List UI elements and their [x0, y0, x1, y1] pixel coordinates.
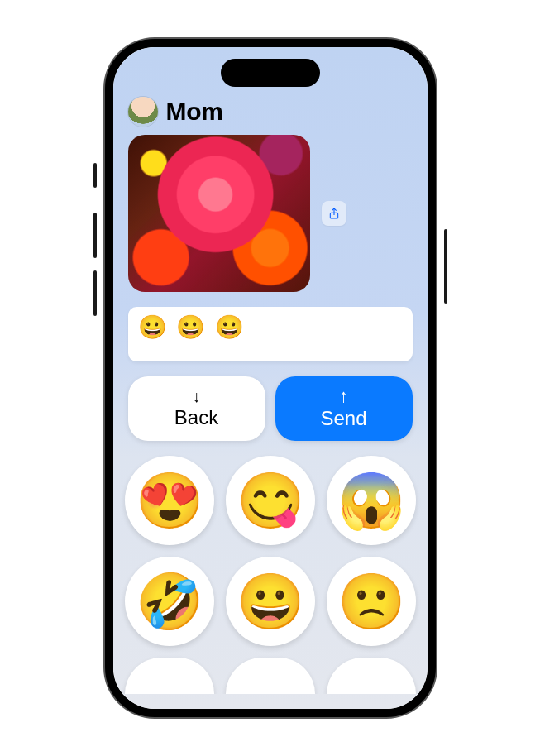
phone-mute-switch: [93, 163, 97, 188]
received-photo-message[interactable]: [128, 135, 310, 292]
back-button[interactable]: ↓ Back: [128, 376, 265, 441]
down-arrow-icon: ↓: [193, 388, 201, 404]
contact-avatar[interactable]: [128, 97, 158, 127]
contact-name: Mom: [166, 98, 223, 126]
emoji-key-partial-3[interactable]: [327, 658, 416, 694]
emoji-keyboard: 😍 😋 😱 🤣 😀 🙁: [113, 452, 428, 694]
send-button[interactable]: ↑ Send: [275, 376, 413, 441]
message-input-area: 😀 😀 😀: [113, 292, 428, 373]
phone-power-button: [444, 229, 447, 304]
emoji-key-partial-1[interactable]: [125, 658, 214, 694]
emoji-key-rofl[interactable]: 🤣: [125, 557, 214, 646]
phone-frame: Mom 😀 😀 😀: [105, 39, 436, 717]
action-row: ↓ Back ↑ Send: [113, 373, 428, 452]
up-arrow-icon: ↑: [339, 387, 348, 405]
back-button-label: Back: [174, 406, 218, 429]
message-row: [113, 132, 428, 292]
photo-attachment: [128, 135, 310, 292]
phone-volume-down: [93, 270, 97, 316]
dynamic-island: [221, 59, 320, 87]
emoji-key-grinning[interactable]: 😀: [226, 557, 315, 646]
message-input[interactable]: 😀 😀 😀: [128, 307, 413, 361]
send-button-label: Send: [320, 407, 366, 430]
emoji-key-heart-eyes[interactable]: 😍: [125, 456, 214, 545]
emoji-key-frown[interactable]: 🙁: [327, 557, 416, 646]
share-icon: [327, 207, 341, 220]
screen: Mom 😀 😀 😀: [113, 47, 428, 709]
emoji-key-yum[interactable]: 😋: [226, 456, 315, 545]
share-button[interactable]: [322, 201, 346, 226]
phone-volume-up: [93, 213, 97, 258]
emoji-key-scream[interactable]: 😱: [327, 456, 416, 545]
emoji-key-partial-2[interactable]: [226, 658, 315, 694]
